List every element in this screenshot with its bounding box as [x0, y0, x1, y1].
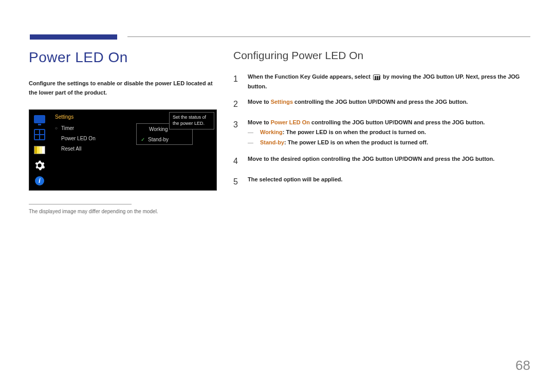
menu-icon	[373, 74, 380, 80]
osd-main: Settings ○Timer Power LED On Reset All W…	[50, 110, 216, 190]
info-icon: i	[33, 175, 46, 187]
header-rule	[127, 36, 530, 37]
header-bar	[30, 34, 117, 40]
page-number: 68	[515, 358, 530, 374]
step-4: 4 Move to the desired option controlling…	[233, 154, 531, 168]
step-5: 5 The selected option will be applied.	[233, 175, 531, 189]
note-working: ― Working: The power LED is on when the …	[248, 128, 531, 137]
page-title: Power LED On	[29, 49, 217, 66]
gear-icon	[33, 159, 46, 172]
footnote-separator	[29, 204, 132, 204]
colorbars-icon	[33, 144, 46, 156]
osd-sidebar: i	[29, 110, 50, 190]
osd-option-standby: ✓Stand-by	[137, 134, 192, 144]
osd-screenshot: i Settings ○Timer Power LED On Reset All…	[29, 109, 217, 191]
right-column: Configuring Power LED On 1 When the Func…	[233, 49, 531, 195]
step-3: 3 Move to Power LED On controlling the J…	[233, 118, 531, 148]
note-standby: ― Stand-by: The power LED is on when the…	[248, 138, 531, 147]
step-1: 1 When the Function Key Guide appears, s…	[233, 72, 531, 91]
target-icon	[33, 128, 46, 141]
footnote-text: The displayed image may differ depending…	[29, 209, 217, 214]
check-icon: ✓	[141, 137, 145, 142]
monitor-icon	[33, 113, 46, 125]
section-title: Configuring Power LED On	[233, 49, 531, 62]
osd-description: Set the status of the power LED.	[169, 112, 214, 129]
step-2: 2 Move to Settings controlling the JOG b…	[233, 97, 531, 111]
osd-item-reset: Reset All	[55, 143, 216, 154]
intro-text: Configure the settings to enable or disa…	[29, 79, 217, 97]
left-column: Power LED On Configure the settings to e…	[29, 49, 217, 214]
